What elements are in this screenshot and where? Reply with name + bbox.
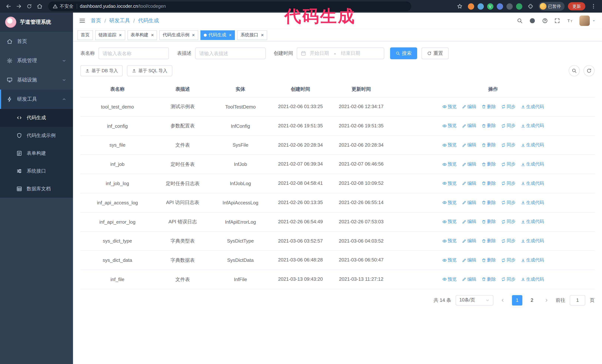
table-row[interactable]: sys_file 文件表 SysFile 2021-02-06 20:28:34… — [80, 135, 595, 155]
goto-page-input[interactable] — [570, 295, 585, 305]
table-row[interactable]: sys_dict_data 字典数据表 SysDictData 2021-03-… — [80, 251, 595, 270]
extension-icon-6[interactable] — [516, 3, 522, 10]
action-edit[interactable]: 编辑 — [462, 257, 476, 263]
table-row[interactable]: inf_job_log 定时任务日志表 InfJobLog 2021-02-08… — [80, 174, 595, 193]
tab-codegen[interactable]: 代码生成× — [200, 30, 235, 40]
action-generate[interactable]: 生成代码 — [521, 238, 544, 244]
action-generate[interactable]: 生成代码 — [521, 257, 544, 263]
next-page-button[interactable] — [542, 295, 551, 305]
action-sync[interactable]: 同步 — [501, 104, 516, 110]
action-sync[interactable]: 同步 — [501, 161, 516, 167]
browser-reload-button[interactable] — [24, 1, 34, 11]
breadcrumb-home[interactable]: 首页 — [91, 17, 101, 24]
table-row[interactable]: tool_test_demo 测试示例表 ToolTestDemo 2021-0… — [80, 97, 595, 116]
reset-button[interactable]: 重置 — [422, 47, 449, 59]
action-generate[interactable]: 生成代码 — [521, 219, 544, 225]
action-sync[interactable]: 同步 — [501, 276, 516, 282]
action-preview[interactable]: 预览 — [442, 104, 457, 110]
table-name-input[interactable] — [98, 47, 169, 59]
hamburger-icon[interactable] — [79, 17, 86, 24]
action-generate[interactable]: 生成代码 — [521, 142, 544, 148]
search-button[interactable]: 搜索 — [390, 47, 417, 59]
action-edit[interactable]: 编辑 — [462, 142, 476, 148]
action-preview[interactable]: 预览 — [442, 123, 457, 129]
font-size-icon[interactable] — [566, 17, 573, 24]
extension-icon-1[interactable] — [468, 3, 474, 10]
table-row[interactable]: inf_api_error_log API 错误日志 InfApiErrorLo… — [80, 212, 595, 232]
action-sync[interactable]: 同步 — [501, 199, 516, 206]
action-edit[interactable]: 编辑 — [462, 219, 476, 225]
action-sync[interactable]: 同步 — [501, 257, 516, 263]
extension-icon-4[interactable] — [497, 3, 503, 10]
import-db-button[interactable]: 基于 DB 导入 — [80, 65, 123, 76]
table-row[interactable]: inf_job 定时任务表 InfJob 2021-02-07 06:39:34… — [80, 155, 595, 174]
sidebar-item-db-doc[interactable]: 数据库文档 — [0, 180, 73, 198]
action-edit[interactable]: 编辑 — [462, 238, 476, 244]
close-icon[interactable]: × — [192, 32, 195, 37]
action-delete[interactable]: 删除 — [481, 276, 496, 282]
action-preview[interactable]: 预览 — [442, 142, 457, 148]
action-edit[interactable]: 编辑 — [462, 199, 476, 206]
action-delete[interactable]: 删除 — [481, 161, 496, 167]
action-preview[interactable]: 预览 — [442, 180, 457, 187]
sidebar-item-codegen[interactable]: 代码生成 — [0, 109, 73, 127]
fullscreen-icon[interactable] — [554, 18, 560, 24]
action-delete[interactable]: 删除 — [481, 219, 496, 225]
action-preview[interactable]: 预览 — [442, 199, 457, 206]
prev-page-button[interactable] — [498, 295, 507, 305]
action-edit[interactable]: 编辑 — [462, 180, 476, 187]
action-delete[interactable]: 删除 — [481, 257, 496, 263]
close-icon[interactable]: × — [119, 32, 122, 37]
page-number-2[interactable]: 2 — [527, 295, 537, 305]
browser-forward-button[interactable] — [14, 1, 24, 11]
search-icon[interactable] — [517, 18, 523, 24]
sidebar-item-devtools[interactable]: 研发工具 — [0, 90, 73, 109]
tab-trace[interactable]: 链路追踪× — [95, 30, 125, 40]
table-row[interactable]: inf_config 参数配置表 InfConfig 2021-02-06 19… — [80, 116, 595, 136]
toggle-search-button[interactable] — [569, 65, 580, 76]
action-generate[interactable]: 生成代码 — [521, 199, 544, 206]
action-generate[interactable]: 生成代码 — [521, 161, 544, 167]
github-icon[interactable] — [529, 17, 536, 24]
extension-icon-2[interactable] — [477, 3, 484, 10]
extension-icon-5[interactable] — [506, 3, 513, 10]
action-preview[interactable]: 预览 — [442, 238, 457, 244]
refresh-table-button[interactable] — [583, 65, 595, 76]
action-delete[interactable]: 删除 — [481, 142, 496, 148]
action-preview[interactable]: 预览 — [442, 276, 457, 282]
action-delete[interactable]: 删除 — [481, 104, 496, 110]
import-sql-button[interactable]: 基于 SQL 导入 — [127, 65, 172, 76]
sidebar-item-infra[interactable]: 基础设施 — [0, 70, 73, 90]
table-row[interactable]: sys_dict_type 字典类型表 SysDictType 2021-03-… — [80, 231, 595, 251]
action-edit[interactable]: 编辑 — [462, 123, 476, 129]
address-bar[interactable]: 不安全 dashboard.yudao.iocoder.cn/tool/code… — [48, 1, 411, 11]
browser-menu-icon[interactable] — [589, 1, 598, 11]
tab-home[interactable]: 首页 — [77, 30, 93, 40]
browser-profile-pill[interactable]: 已暂停 — [538, 2, 565, 11]
action-sync[interactable]: 同步 — [501, 142, 516, 148]
sidebar-item-system-api[interactable]: 系统接口 — [0, 162, 73, 180]
action-generate[interactable]: 生成代码 — [521, 180, 544, 187]
tab-form-builder[interactable]: 表单构建× — [127, 30, 157, 40]
extensions-puzzle-icon[interactable] — [526, 1, 535, 11]
action-preview[interactable]: 预览 — [442, 161, 457, 167]
table-row[interactable]: inf_file 文件表 InfFile 2021-03-13 09:43:20… — [80, 270, 595, 289]
help-icon[interactable] — [542, 18, 548, 24]
sidebar-item-home[interactable]: 首页 — [0, 32, 73, 51]
sidebar-item-system[interactable]: 系统管理 — [0, 51, 73, 70]
bookmark-star-icon[interactable] — [455, 1, 464, 11]
breadcrumb-devtools[interactable]: 研发工具 — [109, 17, 130, 24]
site-security-chip[interactable]: 不安全 — [53, 3, 74, 10]
action-edit[interactable]: 编辑 — [462, 104, 476, 110]
close-icon[interactable]: × — [151, 32, 154, 37]
action-delete[interactable]: 删除 — [481, 180, 496, 187]
close-icon[interactable]: × — [261, 32, 264, 37]
tab-system-api[interactable]: 系统接口× — [237, 30, 267, 40]
sidebar-item-codegen-example[interactable]: 代码生成示例 — [0, 127, 73, 145]
action-delete[interactable]: 删除 — [481, 238, 496, 244]
app-logo[interactable]: 芋道管理系统 — [0, 13, 73, 32]
action-preview[interactable]: 预览 — [442, 257, 457, 263]
table-row[interactable]: inf_api_access_log API 访问日志表 InfApiAcces… — [80, 193, 595, 212]
action-generate[interactable]: 生成代码 — [521, 123, 544, 129]
action-delete[interactable]: 删除 — [481, 123, 496, 129]
